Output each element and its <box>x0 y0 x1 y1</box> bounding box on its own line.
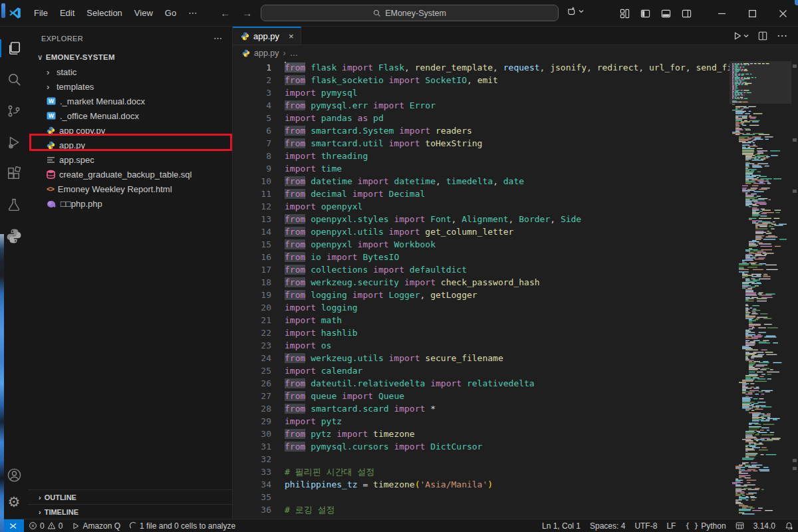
explorer-icon[interactable] <box>0 33 28 64</box>
explorer-more-actions[interactable]: ⋯ <box>213 33 223 43</box>
code-line[interactable]: 6from smartcard.System import readers <box>233 124 730 137</box>
file-row-emoney-weekley-report.html[interactable]: <>Emoney Weekley Report.html <box>28 182 232 196</box>
minimize-button[interactable] <box>706 0 737 27</box>
menu-selection[interactable]: Selection <box>80 5 128 21</box>
menu-edit[interactable]: Edit <box>54 5 80 21</box>
file-row-templates[interactable]: ›templates <box>28 79 232 94</box>
code-line[interactable]: 30from pytz import timezone <box>233 428 730 440</box>
chevron-right-icon: › <box>39 508 41 516</box>
code-line[interactable]: 31from pymysql.cursors import DictCursor <box>233 440 730 453</box>
code-line[interactable]: 4from pymysql.err import Error <box>233 99 730 112</box>
code-line[interactable]: 3import pymysql <box>233 86 730 99</box>
menu-view[interactable]: View <box>128 5 159 21</box>
code-line[interactable]: 10from datetime import datetime, timedel… <box>233 175 730 188</box>
code-line[interactable]: 25import calendar <box>233 364 730 377</box>
code-line[interactable]: 8import threading <box>233 150 730 162</box>
customize-layout-icon[interactable] <box>620 9 630 19</box>
python-version[interactable]: 3.14.0 <box>749 521 780 531</box>
more-actions-icon[interactable]: ⋯ <box>777 29 787 42</box>
problems-indicator[interactable]: 0 0 <box>24 521 67 531</box>
code-line[interactable]: 16from io import BytesIO <box>233 251 730 263</box>
code-line[interactable]: 23import os <box>233 339 730 352</box>
file-row-create-graduate-backup-table.sql[interactable]: create_graduate_backup_table.sql <box>28 167 232 182</box>
file-row-.-market-menual.docx[interactable]: W._market Menual.docx <box>28 94 232 108</box>
code-line[interactable]: 2from flask_socketio import SocketIO, em… <box>233 74 730 86</box>
code-line[interactable]: 26from dateutil.relativedelta import rel… <box>233 377 730 390</box>
code-line[interactable]: 13from openpyxl.styles import Font, Alig… <box>233 213 730 225</box>
code-line[interactable]: 20import logging <box>233 301 730 314</box>
minimap-slider[interactable] <box>730 61 791 104</box>
language-mode[interactable]: { } Python <box>680 521 730 531</box>
eol-sequence[interactable]: LF <box>662 521 680 531</box>
run-button[interactable] <box>733 31 749 41</box>
run-debug-icon[interactable] <box>0 126 28 158</box>
code-line[interactable]: 17from collections import defaultdict <box>233 263 730 276</box>
amazon-q-status[interactable]: Amazon Q <box>67 521 125 531</box>
minimap[interactable] <box>730 61 791 519</box>
code-line[interactable]: 36# 로깅 설정 <box>233 503 730 516</box>
code-line[interactable]: 34philippines_tz = timezone('Asia/Manila… <box>233 478 730 491</box>
code-line[interactable]: 32 <box>233 453 730 466</box>
code-line[interactable]: 28from smartcard.scard import * <box>233 402 730 415</box>
forward-arrow-icon[interactable]: → <box>242 7 252 19</box>
maximize-button[interactable] <box>737 0 767 27</box>
tab-app-py[interactable]: app.py × <box>233 27 301 45</box>
code-line[interactable]: 7from smartcard.util import toHexString <box>233 137 730 150</box>
extensions-icon[interactable] <box>0 158 28 189</box>
command-center-search[interactable]: EMoney-System <box>261 5 559 21</box>
code-line[interactable]: 35 <box>233 491 730 503</box>
testing-icon[interactable] <box>0 189 28 220</box>
toggle-primary-sidebar-icon[interactable] <box>640 9 650 19</box>
indentation[interactable]: Spaces: 4 <box>585 521 630 531</box>
toggle-panel-icon[interactable] <box>661 9 671 19</box>
settings-gear-icon[interactable]: ⚙ <box>0 492 28 512</box>
menu-go[interactable]: Go <box>159 5 182 21</box>
tab-close-icon[interactable]: × <box>289 31 294 41</box>
code-line[interactable]: 29import pytz <box>233 415 730 428</box>
close-button[interactable] <box>767 0 798 27</box>
table-grid-icon[interactable] <box>731 521 749 530</box>
sql-file-icon <box>47 170 55 179</box>
file-row-static[interactable]: ›static <box>28 65 232 79</box>
code-line[interactable]: 14from openpyxl.utils import get_column_… <box>233 225 730 238</box>
python-extension-icon[interactable] <box>0 220 28 251</box>
search-icon[interactable] <box>0 64 28 95</box>
code-line[interactable]: 12import openpyxl <box>233 200 730 213</box>
notifications-bell-icon[interactable] <box>780 521 798 531</box>
line-number: 15 <box>233 238 271 251</box>
breadcrumb[interactable]: app.py › … <box>233 45 798 61</box>
cursor-position[interactable]: Ln 1, Col 1 <box>537 521 585 531</box>
php-file-icon <box>47 200 57 208</box>
menu-more[interactable]: ⋯ <box>182 5 203 21</box>
overview-ruler[interactable] <box>791 61 798 519</box>
split-editor-icon[interactable] <box>758 31 767 41</box>
code-line[interactable]: 27from queue import Queue <box>233 390 730 402</box>
timeline-section[interactable]: › TIMELINE <box>28 504 232 519</box>
back-arrow-icon[interactable]: ← <box>220 7 230 19</box>
menu-file[interactable]: File <box>28 5 54 21</box>
code-line[interactable]: 24from werkzeug.utils import secure_file… <box>233 352 730 364</box>
file-row-app.spec[interactable]: app.spec <box>28 152 232 167</box>
toggle-secondary-sidebar-icon[interactable] <box>682 9 692 19</box>
copilot-button[interactable] <box>567 6 584 16</box>
workspace-root-folder[interactable]: ∨ EMONEY-SYSTEM <box>28 50 232 65</box>
code-line[interactable]: 5import pandas as pd <box>233 112 730 124</box>
code-line[interactable]: 19from logging import Logger, getLogger <box>233 289 730 301</box>
file-row--php.php[interactable]: □□php.php <box>28 196 232 211</box>
code-line[interactable]: 1from flask import Flask, render_templat… <box>233 61 730 74</box>
outline-section[interactable]: › OUTLINE <box>28 489 232 504</box>
code-line[interactable]: 15from openpyxl import Workbook <box>233 238 730 251</box>
account-icon[interactable] <box>0 463 28 487</box>
source-control-icon[interactable] <box>0 95 28 126</box>
code-line[interactable]: 9import time <box>233 162 730 175</box>
code-line[interactable]: 33# 필리핀 시간대 설정 <box>233 466 730 478</box>
encoding[interactable]: UTF-8 <box>630 521 662 531</box>
code-line[interactable]: 21import math <box>233 314 730 327</box>
file-row-.-office-menual.docx[interactable]: W._office Menual.docx <box>28 108 232 123</box>
analyze-status[interactable]: 1 file and 0 cells to analyze <box>125 521 240 531</box>
code-line[interactable]: 11from decimal import Decimal <box>233 188 730 200</box>
code-area[interactable]: 1from flask import Flask, render_templat… <box>233 61 730 519</box>
code-line[interactable]: 18from werkzeug.security import check_pa… <box>233 276 730 289</box>
code-line[interactable]: 22import hashlib <box>233 327 730 339</box>
search-icon <box>373 9 381 17</box>
